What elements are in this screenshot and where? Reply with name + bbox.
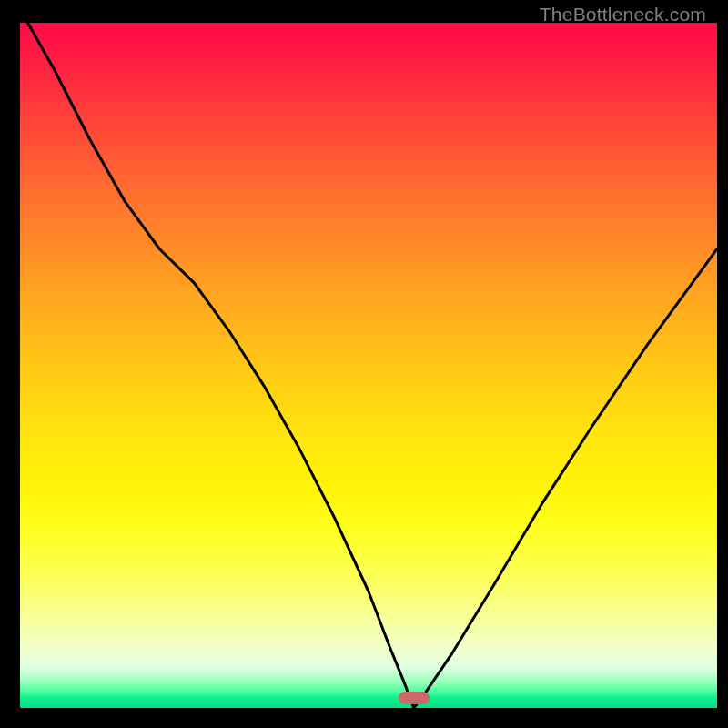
optimal-marker <box>399 692 430 704</box>
bottleneck-curve <box>20 23 717 708</box>
attribution-text: TheBottleneck.com <box>540 4 706 25</box>
plot-area <box>20 23 717 708</box>
chart-frame: TheBottleneck.com <box>9 0 719 719</box>
